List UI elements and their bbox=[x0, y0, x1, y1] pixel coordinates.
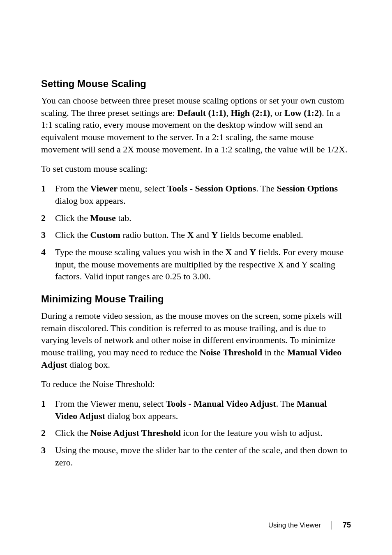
text: , or bbox=[270, 108, 284, 118]
list-item: 3 Using the mouse, move the slider bar t… bbox=[41, 444, 351, 468]
text: tab. bbox=[116, 213, 131, 223]
text: dialog box appears. bbox=[55, 196, 126, 206]
list-number: 2 bbox=[41, 427, 55, 439]
list-body: From the Viewer menu, select Tools - Ses… bbox=[55, 182, 351, 207]
heading-mouse-trailing: Minimizing Mouse Trailing bbox=[41, 293, 351, 305]
list-item: 2 Click the Mouse tab. bbox=[41, 212, 351, 224]
text: From the bbox=[55, 183, 90, 193]
bold-noise-adjust-threshold: Noise Adjust Threshold bbox=[90, 428, 181, 438]
list-number: 3 bbox=[41, 229, 55, 241]
list-mouse-trailing: 1 From the Viewer menu, select Tools - M… bbox=[41, 398, 351, 468]
list-number: 4 bbox=[41, 246, 55, 258]
bold-tools-session-options: Tools - Session Options bbox=[167, 183, 256, 193]
text: From the Viewer menu, select bbox=[55, 398, 166, 409]
list-body: Click the Custom radio button. The X and… bbox=[55, 229, 351, 241]
bold-x: X bbox=[226, 247, 232, 257]
list-number: 1 bbox=[41, 398, 55, 410]
bold-viewer: Viewer bbox=[90, 183, 118, 193]
list-number: 2 bbox=[41, 212, 55, 224]
list-mouse-scaling: 1 From the Viewer menu, select Tools - S… bbox=[41, 182, 351, 283]
footer-chapter: Using the Viewer bbox=[268, 521, 321, 530]
bold-mouse: Mouse bbox=[90, 213, 116, 223]
intro-mouse-trailing: During a remote video session, as the mo… bbox=[41, 310, 351, 371]
bold-session-options: Session Options bbox=[277, 183, 338, 193]
bold-low: Low (1:2) bbox=[284, 108, 322, 118]
bold-x: X bbox=[187, 230, 194, 240]
text: Type the mouse scaling values you wish i… bbox=[55, 247, 226, 257]
text: Click the bbox=[55, 428, 90, 438]
bold-high: High (2:1) bbox=[231, 108, 270, 118]
page-footer: Using the Viewer 75 bbox=[268, 521, 351, 530]
list-item: 2 Click the Noise Adjust Threshold icon … bbox=[41, 427, 351, 439]
page: Setting Mouse Scaling You can choose bet… bbox=[0, 0, 392, 555]
bold-custom: Custom bbox=[90, 230, 120, 240]
list-body: From the Viewer menu, select Tools - Man… bbox=[55, 398, 351, 422]
list-item: 1 From the Viewer menu, select Tools - M… bbox=[41, 398, 351, 422]
intro-mouse-scaling: You can choose between three preset mous… bbox=[41, 94, 351, 155]
text: and bbox=[232, 247, 249, 257]
bold-y: Y bbox=[211, 230, 218, 240]
list-item: 1 From the Viewer menu, select Tools - S… bbox=[41, 182, 351, 207]
text: and bbox=[194, 230, 212, 240]
list-body: Click the Mouse tab. bbox=[55, 212, 351, 224]
text: icon for the feature you wish to adjust. bbox=[181, 428, 323, 438]
text: Using the mouse, move the slider bar to … bbox=[55, 445, 347, 467]
text: menu, select bbox=[118, 183, 167, 193]
text: radio button. The bbox=[120, 230, 187, 240]
bold-noise-threshold: Noise Threshold bbox=[200, 347, 263, 357]
lead-mouse-trailing: To reduce the Noise Threshold: bbox=[41, 378, 351, 390]
list-item: 3 Click the Custom radio button. The X a… bbox=[41, 229, 351, 241]
list-body: Type the mouse scaling values you wish i… bbox=[55, 246, 351, 283]
text: in the bbox=[262, 347, 287, 357]
list-number: 3 bbox=[41, 444, 55, 456]
footer-divider-icon bbox=[332, 521, 332, 530]
text: dialog box. bbox=[67, 359, 111, 370]
text: , bbox=[226, 108, 231, 118]
list-item: 4 Type the mouse scaling values you wish… bbox=[41, 246, 351, 283]
text: fields become enabled. bbox=[218, 230, 303, 240]
lead-mouse-scaling: To set custom mouse scaling: bbox=[41, 163, 351, 175]
footer-page-number: 75 bbox=[343, 521, 351, 530]
bold-default: Default (1:1) bbox=[177, 108, 226, 118]
text: . The bbox=[256, 183, 277, 193]
text: Click the bbox=[55, 230, 90, 240]
list-body: Click the Noise Adjust Threshold icon fo… bbox=[55, 427, 351, 439]
list-body: Using the mouse, move the slider bar to … bbox=[55, 444, 351, 468]
text: dialog box appears. bbox=[105, 411, 178, 421]
list-number: 1 bbox=[41, 182, 55, 195]
bold-tools-manual-video-adjust: Tools - Manual Video Adjust bbox=[166, 398, 276, 409]
heading-mouse-scaling: Setting Mouse Scaling bbox=[41, 78, 351, 90]
text: Click the bbox=[55, 213, 90, 223]
text: . The bbox=[276, 398, 297, 409]
bold-y: Y bbox=[249, 247, 256, 257]
